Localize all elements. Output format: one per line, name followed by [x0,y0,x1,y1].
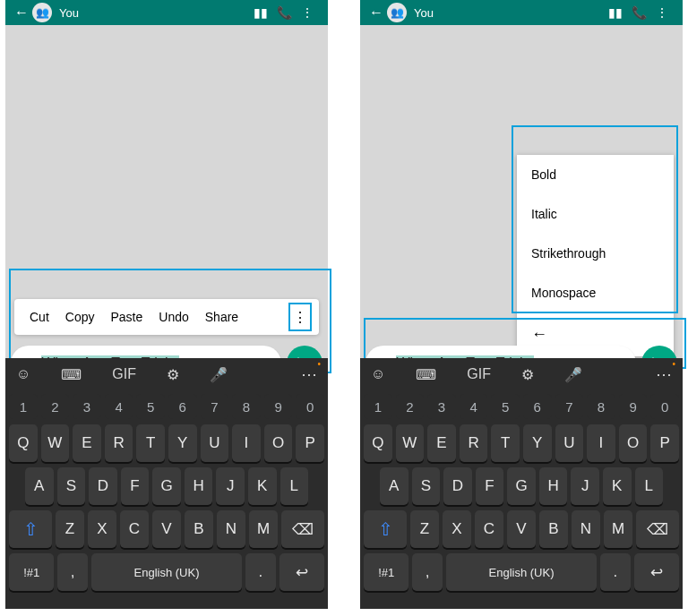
key-i[interactable]: I [587,424,615,462]
key-w[interactable]: W [396,424,425,462]
key-symbols[interactable]: !#1 [364,553,408,591]
more-icon[interactable]: ⋮ [296,5,319,20]
video-icon[interactable]: ▮▮ [604,5,627,20]
key-g[interactable]: G [152,467,181,505]
ctx-undo[interactable]: Undo [150,310,196,324]
key-4[interactable]: 4 [460,394,488,419]
ctx-copy[interactable]: Copy [57,310,103,324]
key-period[interactable]: . [245,553,276,591]
key-u[interactable]: U [555,424,584,462]
key-space[interactable]: English (UK) [91,553,242,591]
key-5[interactable]: 5 [491,394,520,419]
kb-mic-icon[interactable]: 🎤 [210,366,228,383]
kb-gif-icon[interactable]: GIF [112,366,136,382]
key-1[interactable]: 1 [364,394,392,419]
key-x[interactable]: X [443,510,471,548]
key-g[interactable]: G [507,467,536,505]
key-f[interactable]: F [121,467,150,505]
key-w[interactable]: W [41,424,70,462]
key-f[interactable]: F [476,467,504,505]
back-icon[interactable]: ← [14,4,32,21]
key-b[interactable]: B [185,510,213,548]
key-6[interactable]: 6 [168,394,197,419]
key-a[interactable]: A [25,467,54,505]
key-p[interactable]: P [650,424,679,462]
key-comma[interactable]: , [57,553,88,591]
ctx-share[interactable]: Share [197,310,246,324]
key-o[interactable]: O [264,424,293,462]
key-m[interactable]: M [249,510,278,548]
key-a[interactable]: A [380,467,408,505]
key-4[interactable]: 4 [105,394,133,419]
key-8[interactable]: 8 [232,394,261,419]
key-period[interactable]: . [600,553,631,591]
key-j[interactable]: J [216,467,245,505]
key-n[interactable]: N [217,510,245,548]
chat-name[interactable]: You [52,6,249,20]
key-e[interactable]: E [73,424,101,462]
key-l[interactable]: L [635,467,664,505]
key-backspace[interactable]: ⌫ [636,510,679,548]
key-d[interactable]: D [443,467,472,505]
key-shift[interactable]: ⇧ [9,510,52,548]
chat-name[interactable]: You [407,6,604,20]
key-b[interactable]: B [539,510,568,548]
kb-sticker-icon[interactable]: ⌨ [416,366,436,383]
key-z[interactable]: Z [56,510,84,548]
key-v[interactable]: V [507,510,536,548]
key-shift[interactable]: ⇧ [364,510,407,548]
key-y[interactable]: Y [168,424,197,462]
kb-more-icon[interactable]: ⋯ [656,364,672,384]
kb-mic-icon[interactable]: 🎤 [564,366,582,383]
key-0[interactable]: 0 [650,394,679,419]
key-p[interactable]: P [296,424,324,462]
key-t[interactable]: T [491,424,520,462]
key-k[interactable]: K [603,467,632,505]
key-enter[interactable]: ↩ [280,553,324,591]
key-2[interactable]: 2 [41,394,70,419]
key-q[interactable]: Q [364,424,392,462]
kb-more-icon[interactable]: ⋯ [301,364,317,384]
key-r[interactable]: R [460,424,488,462]
key-e[interactable]: E [427,424,456,462]
key-comma[interactable]: , [412,553,443,591]
avatar[interactable]: 👥 [32,3,52,22]
key-h[interactable]: H [185,467,213,505]
key-2[interactable]: 2 [396,394,425,419]
key-y[interactable]: Y [523,424,552,462]
key-m[interactable]: M [604,510,632,548]
key-c[interactable]: C [475,510,503,548]
key-7[interactable]: 7 [555,394,584,419]
ctx-cut[interactable]: Cut [22,310,57,324]
key-5[interactable]: 5 [136,394,165,419]
video-icon[interactable]: ▮▮ [249,5,272,20]
key-d[interactable]: D [89,467,117,505]
key-8[interactable]: 8 [587,394,615,419]
key-k[interactable]: K [248,467,277,505]
key-t[interactable]: T [136,424,165,462]
key-u[interactable]: U [201,424,229,462]
key-space[interactable]: English (UK) [446,553,597,591]
back-icon[interactable]: ← [369,4,387,21]
ctx-more-icon[interactable]: ⋮ [288,303,312,331]
kb-emoji-icon[interactable]: ☺ [16,366,30,382]
key-v[interactable]: V [152,510,181,548]
kb-settings-icon[interactable]: ⚙ [167,366,179,383]
fmt-bold[interactable]: Bold [517,155,674,194]
fmt-italic[interactable]: Italic [517,194,674,234]
avatar[interactable]: 👥 [387,3,407,22]
key-s[interactable]: S [412,467,441,505]
key-r[interactable]: R [105,424,133,462]
kb-gif-icon[interactable]: GIF [467,366,491,382]
key-1[interactable]: 1 [9,394,38,419]
key-s[interactable]: S [57,467,86,505]
call-icon[interactable]: 📞 [272,5,296,20]
key-9[interactable]: 9 [264,394,293,419]
call-icon[interactable]: 📞 [627,5,650,20]
key-x[interactable]: X [88,510,116,548]
key-3[interactable]: 3 [427,394,456,419]
key-enter[interactable]: ↩ [634,553,679,591]
key-9[interactable]: 9 [619,394,648,419]
key-h[interactable]: H [539,467,568,505]
kb-sticker-icon[interactable]: ⌨ [61,366,82,383]
